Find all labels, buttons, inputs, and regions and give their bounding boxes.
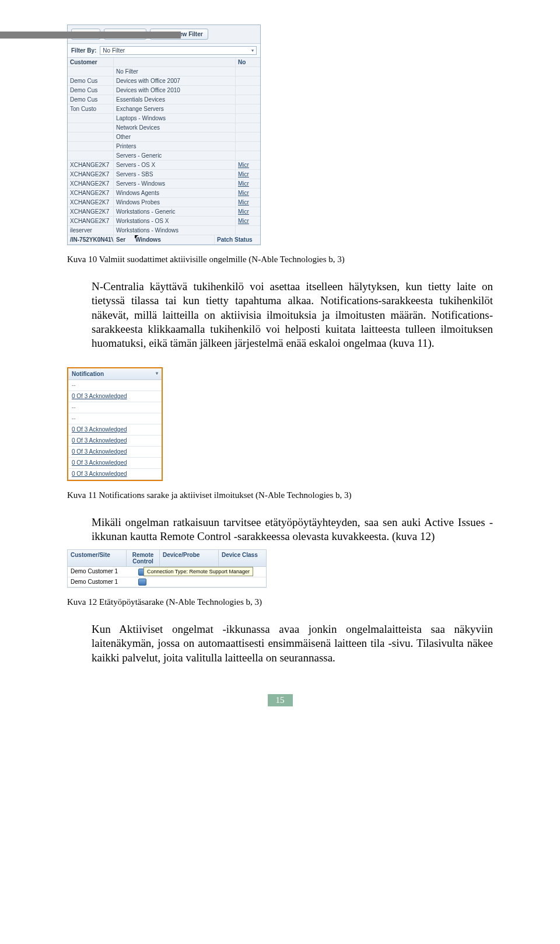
row-customer: XCHANGE2K7 bbox=[68, 161, 114, 169]
filter-option-row[interactable]: Other bbox=[68, 133, 260, 142]
notification-link[interactable]: 0 Of 3 Acknowledged bbox=[68, 458, 162, 469]
row-customer bbox=[68, 151, 114, 160]
notification-link[interactable]: 0 Of 3 Acknowledged bbox=[68, 469, 162, 480]
row-customer: XCHANGE2K7 bbox=[68, 198, 114, 207]
row-device: Workstations - Windows bbox=[114, 226, 235, 235]
row-customer: Demo Cus bbox=[68, 76, 114, 85]
col-right-header: No bbox=[235, 58, 260, 67]
row-right bbox=[235, 95, 260, 104]
footer-right: Patch Status bbox=[214, 235, 260, 244]
page-number-wrap: 15 bbox=[67, 694, 493, 706]
col-remote-control[interactable]: Remote Control bbox=[127, 550, 160, 566]
row-right bbox=[235, 133, 260, 141]
row-customer: Ton Custo bbox=[68, 104, 114, 113]
row-customer: XCHANGE2K7 bbox=[68, 179, 114, 188]
filter-option-row[interactable]: ileserverWorkstations - Windows bbox=[68, 226, 260, 235]
row-device: Exchange Servers bbox=[114, 104, 235, 113]
tooltip: Connection Type: Remote Support Manager bbox=[144, 567, 253, 576]
filter-option-row[interactable]: XCHANGE2K7Workstations - OS XMicr bbox=[68, 217, 260, 226]
filter-dropdown[interactable]: No Filter ▾ bbox=[100, 46, 257, 55]
notification-link[interactable]: 0 Of 3 Acknowledged bbox=[68, 447, 162, 458]
footer-device-prefix: Ser bbox=[116, 236, 125, 243]
row-right bbox=[235, 86, 260, 95]
row-right: Micr bbox=[235, 179, 260, 188]
row-right bbox=[235, 76, 260, 85]
filter-option-row[interactable]: Ton CustoExchange Servers bbox=[68, 104, 260, 114]
row-customer bbox=[68, 67, 114, 76]
filter-option-row[interactable]: Servers - Generic bbox=[68, 151, 260, 161]
filter-option-row[interactable]: XCHANGE2K7Servers - SBSMicr bbox=[68, 170, 260, 179]
paragraph-3: Kun Aktiiviset ongelmat -ikkunassa avaa … bbox=[92, 622, 493, 665]
grid-footer-row: /IN-752YK0N41VM Ser Windows Patch Status bbox=[68, 235, 260, 245]
row-customer: ileserver bbox=[68, 226, 114, 235]
remote-control-icon bbox=[138, 579, 146, 586]
row-right: Micr bbox=[235, 161, 260, 169]
notification-dash: -- bbox=[68, 402, 162, 413]
row-device: Other bbox=[114, 133, 235, 141]
sort-icon: ▾ bbox=[156, 371, 158, 377]
remote-control-header: Customer/Site Remote Control Device/Prob… bbox=[68, 550, 266, 567]
col-device-header bbox=[114, 58, 235, 67]
filter-option-row[interactable]: Demo CusDevices with Office 2007 bbox=[68, 76, 260, 86]
row-right: Micr bbox=[235, 207, 260, 216]
notification-link[interactable]: 0 Of 3 Acknowledged bbox=[68, 436, 162, 447]
col-device-class[interactable]: Device Class bbox=[219, 550, 266, 566]
row-customer bbox=[68, 142, 114, 151]
row-device: Devices with Office 2007 bbox=[114, 76, 235, 85]
row-device: Windows Probes bbox=[114, 198, 235, 207]
filter-option-row[interactable]: XCHANGE2K7Windows AgentsMicr bbox=[68, 189, 260, 198]
row-device: Network Devices bbox=[114, 123, 235, 132]
filter-option-row[interactable]: XCHANGE2K7Servers - OS XMicr bbox=[68, 161, 260, 170]
remote-control-cell[interactable] bbox=[126, 577, 159, 587]
chevron-down-icon: ▾ bbox=[251, 48, 254, 53]
filter-option-row[interactable]: Printers bbox=[68, 142, 260, 151]
caption-12: Kuva 12 Etätyöpöytäsarake (N-Able Techno… bbox=[67, 597, 493, 607]
footer-device: Ser Windows bbox=[114, 235, 214, 244]
caption-10: Kuva 10 Valmiit suodattimet aktiivisille… bbox=[67, 255, 493, 264]
row-customer: Demo Cus bbox=[68, 86, 114, 95]
footer-customer: /IN-752YK0N41VM bbox=[68, 235, 114, 244]
filter-option-row[interactable]: XCHANGE2K7Windows ProbesMicr bbox=[68, 198, 260, 207]
row-device: Workstations - OS X bbox=[114, 217, 235, 225]
notification-dash: -- bbox=[68, 380, 162, 391]
row-device: Devices with Office 2010 bbox=[114, 86, 235, 95]
notification-link[interactable]: 0 Of 3 Acknowledged bbox=[68, 391, 162, 402]
filter-option-row[interactable]: Network Devices bbox=[68, 123, 260, 133]
row-right: Micr bbox=[235, 189, 260, 197]
col-device-probe[interactable]: Device/Probe bbox=[160, 550, 219, 566]
col-customer[interactable]: Customer/Site bbox=[68, 550, 127, 566]
filter-option-row[interactable]: Laptops - Windows bbox=[68, 114, 260, 123]
row-customer: XCHANGE2K7 bbox=[68, 217, 114, 225]
row-right: Micr bbox=[235, 198, 260, 207]
row-device: Servers - Generic bbox=[114, 151, 235, 160]
filter-by-label: Filter By: bbox=[71, 47, 96, 54]
row-right bbox=[235, 226, 260, 235]
row-device: Printers bbox=[114, 142, 235, 151]
filter-dropdown-value: No Filter bbox=[103, 47, 125, 54]
row-customer: XCHANGE2K7 bbox=[68, 189, 114, 197]
ruler-bar bbox=[0, 32, 181, 39]
row-customer bbox=[68, 123, 114, 132]
row-class bbox=[217, 577, 266, 587]
paragraph-2: Mikäli ongelman ratkaisuun tarvitsee etä… bbox=[92, 515, 493, 544]
row-right bbox=[235, 151, 260, 160]
filter-option-row[interactable]: Demo CusEssentials Devices bbox=[68, 95, 260, 104]
filter-option-row[interactable]: Demo CusDevices with Office 2010 bbox=[68, 86, 260, 95]
notification-link[interactable]: 0 Of 3 Acknowledged bbox=[68, 424, 162, 436]
filter-option-row[interactable]: XCHANGE2K7Workstations - GenericMicr bbox=[68, 207, 260, 217]
filter-option-row[interactable]: XCHANGE2K7Servers - WindowsMicr bbox=[68, 179, 260, 189]
row-device: Windows Agents bbox=[114, 189, 235, 197]
row-customer: Demo Cus bbox=[68, 95, 114, 104]
footer-device-text: Windows bbox=[135, 236, 161, 243]
filter-option-row[interactable]: No Filter bbox=[68, 67, 260, 76]
row-customer bbox=[68, 114, 114, 123]
row-device: Servers - OS X bbox=[114, 161, 235, 169]
notification-header[interactable]: Notification ▾ bbox=[68, 368, 162, 380]
row-device: Servers - SBS bbox=[114, 170, 235, 179]
row-customer: XCHANGE2K7 bbox=[68, 207, 114, 216]
grid-header: Customer No bbox=[68, 58, 260, 67]
col-customer-header: Customer bbox=[68, 58, 114, 67]
row-device: No Filter bbox=[114, 67, 235, 76]
row-device: Essentials Devices bbox=[114, 95, 235, 104]
row-right bbox=[235, 104, 260, 113]
